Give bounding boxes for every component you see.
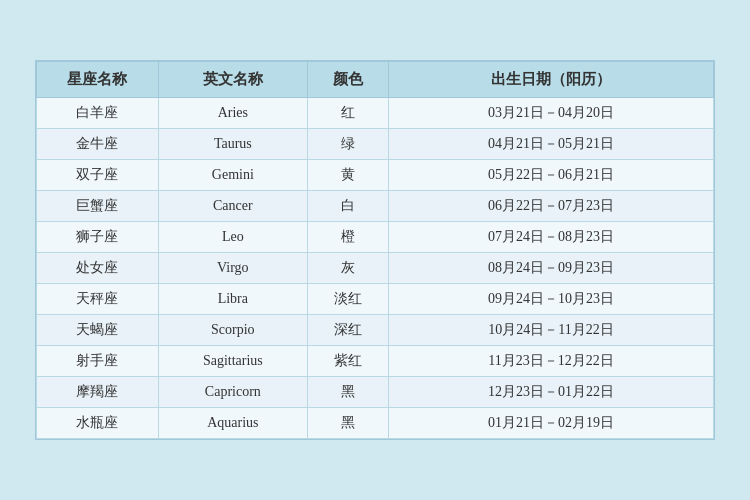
- table-row: 射手座Sagittarius紫红11月23日－12月22日: [37, 346, 714, 377]
- table-row: 天秤座Libra淡红09月24日－10月23日: [37, 284, 714, 315]
- cell-color: 黑: [307, 377, 388, 408]
- cell-chinese-name: 狮子座: [37, 222, 159, 253]
- table-row: 天蝎座Scorpio深红10月24日－11月22日: [37, 315, 714, 346]
- cell-chinese-name: 白羊座: [37, 98, 159, 129]
- zodiac-table: 星座名称 英文名称 颜色 出生日期（阳历） 白羊座Aries红03月21日－04…: [36, 61, 714, 439]
- cell-date: 06月22日－07月23日: [389, 191, 714, 222]
- table-row: 狮子座Leo橙07月24日－08月23日: [37, 222, 714, 253]
- cell-color: 紫红: [307, 346, 388, 377]
- header-chinese-name: 星座名称: [37, 62, 159, 98]
- table-body: 白羊座Aries红03月21日－04月20日金牛座Taurus绿04月21日－0…: [37, 98, 714, 439]
- cell-english-name: Gemini: [158, 160, 307, 191]
- cell-date: 03月21日－04月20日: [389, 98, 714, 129]
- cell-chinese-name: 水瓶座: [37, 408, 159, 439]
- cell-color: 淡红: [307, 284, 388, 315]
- table-row: 双子座Gemini黄05月22日－06月21日: [37, 160, 714, 191]
- cell-date: 05月22日－06月21日: [389, 160, 714, 191]
- table-row: 白羊座Aries红03月21日－04月20日: [37, 98, 714, 129]
- table-header-row: 星座名称 英文名称 颜色 出生日期（阳历）: [37, 62, 714, 98]
- cell-english-name: Capricorn: [158, 377, 307, 408]
- table-row: 水瓶座Aquarius黑01月21日－02月19日: [37, 408, 714, 439]
- zodiac-table-container: 星座名称 英文名称 颜色 出生日期（阳历） 白羊座Aries红03月21日－04…: [35, 60, 715, 440]
- table-row: 摩羯座Capricorn黑12月23日－01月22日: [37, 377, 714, 408]
- cell-chinese-name: 金牛座: [37, 129, 159, 160]
- cell-english-name: Cancer: [158, 191, 307, 222]
- cell-english-name: Leo: [158, 222, 307, 253]
- cell-color: 绿: [307, 129, 388, 160]
- cell-english-name: Aries: [158, 98, 307, 129]
- cell-english-name: Taurus: [158, 129, 307, 160]
- cell-date: 04月21日－05月21日: [389, 129, 714, 160]
- cell-english-name: Virgo: [158, 253, 307, 284]
- cell-date: 12月23日－01月22日: [389, 377, 714, 408]
- header-english-name: 英文名称: [158, 62, 307, 98]
- header-date: 出生日期（阳历）: [389, 62, 714, 98]
- cell-chinese-name: 射手座: [37, 346, 159, 377]
- cell-chinese-name: 双子座: [37, 160, 159, 191]
- table-row: 金牛座Taurus绿04月21日－05月21日: [37, 129, 714, 160]
- cell-date: 08月24日－09月23日: [389, 253, 714, 284]
- cell-chinese-name: 天蝎座: [37, 315, 159, 346]
- cell-english-name: Scorpio: [158, 315, 307, 346]
- cell-color: 黑: [307, 408, 388, 439]
- cell-chinese-name: 天秤座: [37, 284, 159, 315]
- cell-date: 10月24日－11月22日: [389, 315, 714, 346]
- cell-color: 橙: [307, 222, 388, 253]
- header-color: 颜色: [307, 62, 388, 98]
- cell-english-name: Libra: [158, 284, 307, 315]
- cell-color: 红: [307, 98, 388, 129]
- cell-english-name: Aquarius: [158, 408, 307, 439]
- cell-date: 07月24日－08月23日: [389, 222, 714, 253]
- cell-color: 白: [307, 191, 388, 222]
- table-row: 巨蟹座Cancer白06月22日－07月23日: [37, 191, 714, 222]
- cell-color: 灰: [307, 253, 388, 284]
- cell-chinese-name: 处女座: [37, 253, 159, 284]
- cell-chinese-name: 巨蟹座: [37, 191, 159, 222]
- cell-date: 01月21日－02月19日: [389, 408, 714, 439]
- cell-color: 黄: [307, 160, 388, 191]
- table-row: 处女座Virgo灰08月24日－09月23日: [37, 253, 714, 284]
- cell-date: 11月23日－12月22日: [389, 346, 714, 377]
- cell-color: 深红: [307, 315, 388, 346]
- cell-date: 09月24日－10月23日: [389, 284, 714, 315]
- cell-chinese-name: 摩羯座: [37, 377, 159, 408]
- cell-english-name: Sagittarius: [158, 346, 307, 377]
